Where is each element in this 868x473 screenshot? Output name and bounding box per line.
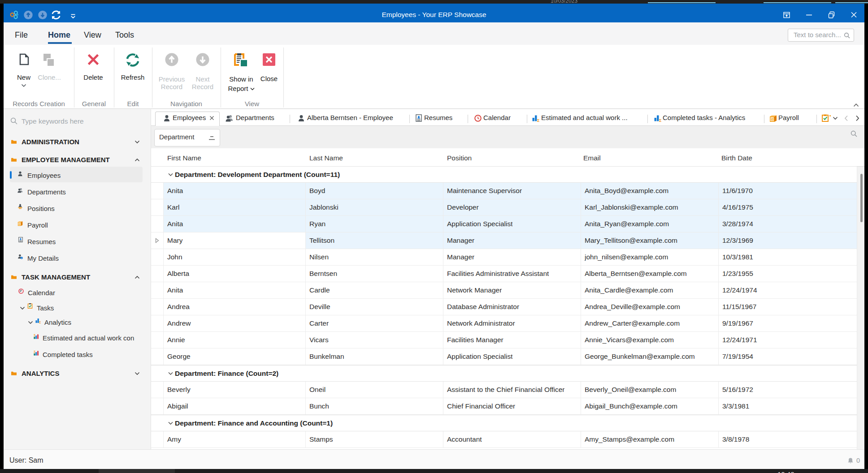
svg-text:Σ: Σ [537,118,539,122]
svg-text:Σ: Σ [34,350,35,353]
svg-text:Σ: Σ [659,118,661,122]
svg-text:$: $ [19,223,20,225]
svg-text:Σ: Σ [39,321,41,323]
svg-text:Σ: Σ [34,334,35,337]
svg-text:$: $ [771,117,773,120]
